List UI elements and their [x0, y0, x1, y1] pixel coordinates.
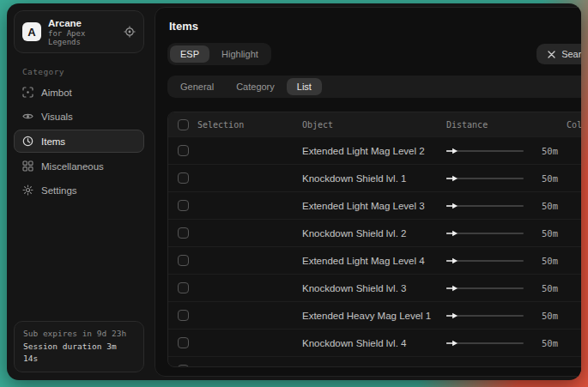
session-duration-text: Session duration 3m 14s: [23, 341, 135, 366]
grid-icon: [22, 160, 33, 172]
sidebar-item-label: Miscellaneous: [41, 161, 104, 172]
row-checkbox[interactable]: [178, 310, 189, 321]
object-name: Extended Heavy Mag Level 1: [302, 311, 446, 321]
search-button[interactable]: Search: [536, 44, 581, 64]
object-name: Extended Light Mag Level 4: [302, 256, 446, 266]
slider-thumb-icon[interactable]: [446, 148, 458, 154]
object-name: Extended Light Mag Level 3: [302, 201, 446, 211]
table-body: Extended Light Mag Level 2 50m Knockdown…: [168, 136, 581, 367]
row-checkbox[interactable]: [178, 200, 189, 211]
slider-thumb-icon[interactable]: [446, 367, 458, 368]
distance-slider[interactable]: [446, 202, 524, 210]
distance-value: 50m: [542, 173, 558, 184]
distance-value: 50m: [542, 256, 558, 266]
tab-category[interactable]: Category: [226, 78, 285, 95]
table-header: Selection Object Distance Color: [168, 112, 581, 136]
column-distance: Distance: [446, 120, 558, 130]
distance-value: 50m: [542, 283, 558, 293]
sidebar-item-settings[interactable]: Settings: [14, 179, 144, 201]
app-logo: A: [22, 22, 41, 41]
object-name: Knockdown Shield lvl. 3: [302, 283, 446, 293]
app-name: Arcane: [48, 17, 117, 29]
distance-value: 50m: [542, 201, 558, 211]
toolbar: ESP Highlight Search: [167, 43, 581, 65]
object-name: Knockdown Shield lvl. 2: [302, 228, 446, 239]
slider-thumb-icon[interactable]: [446, 175, 458, 182]
distance-value: 50m: [542, 146, 558, 156]
distance-slider[interactable]: [446, 257, 524, 265]
app-header-card: A Arcane for Apex Legends: [14, 10, 144, 53]
slider-thumb-icon[interactable]: [446, 257, 458, 264]
distance-value: 50m: [542, 228, 558, 239]
distance-slider[interactable]: [446, 174, 524, 183]
row-checkbox[interactable]: [178, 337, 189, 348]
row-checkbox[interactable]: [178, 172, 189, 184]
sidebar-item-label: Settings: [41, 185, 77, 196]
distance-value: 50m: [542, 311, 558, 321]
gear-icon: [22, 184, 33, 196]
table-row: Extended Light Mag Level 3 50m: [168, 191, 581, 219]
row-checkbox[interactable]: [178, 227, 189, 239]
distance-slider[interactable]: [446, 284, 524, 293]
app-window: A Arcane for Apex Legends Category: [7, 3, 581, 380]
slider-thumb-icon[interactable]: [446, 312, 458, 319]
sidebar-item-items[interactable]: Items: [14, 130, 144, 153]
slider-thumb-icon[interactable]: [446, 203, 458, 209]
items-table: Selection Object Distance Color Extended…: [167, 112, 581, 367]
sidebar: A Arcane for Apex Legends Category: [7, 3, 151, 380]
tab-esp[interactable]: ESP: [170, 45, 209, 63]
sidebar-item-label: Aimbot: [41, 88, 72, 98]
crosshair-icon: [22, 87, 33, 98]
sidebar-item-miscellaneous[interactable]: Miscellaneous: [14, 155, 144, 177]
category-section-label: Category: [22, 67, 151, 76]
table-row: Backpack lvl. 1 50m: [168, 356, 581, 367]
distance-value: 50m: [542, 338, 558, 348]
sidebar-nav: Aimbot Visuals Items: [7, 82, 151, 201]
x-icon: [548, 51, 555, 58]
row-checkbox[interactable]: [178, 282, 189, 293]
main-panel: Items ESP Highlight Search General Categ…: [155, 7, 581, 377]
package-icon: [22, 136, 33, 147]
target-icon[interactable]: [124, 26, 136, 38]
distance-slider[interactable]: [446, 311, 524, 320]
table-row: Knockdown Shield lvl. 2 50m: [168, 219, 581, 246]
distance-value: 50m: [542, 366, 558, 368]
column-selection: Selection: [197, 120, 244, 130]
distance-slider[interactable]: [446, 339, 524, 348]
distance-slider[interactable]: [446, 366, 524, 368]
tab-highlight[interactable]: Highlight: [211, 45, 269, 63]
distance-slider[interactable]: [446, 229, 524, 238]
table-row: Extended Light Mag Level 4 50m: [168, 246, 581, 274]
distance-slider[interactable]: [446, 147, 524, 155]
table-row: Knockdown Shield lvl. 4 50m: [168, 329, 581, 356]
table-row: Knockdown Shield lvl. 1 50m: [168, 164, 581, 191]
sidebar-item-label: Items: [41, 136, 65, 147]
select-all-checkbox[interactable]: [178, 119, 189, 130]
tab-general[interactable]: General: [170, 78, 224, 95]
slider-thumb-icon[interactable]: [446, 285, 458, 292]
slider-thumb-icon[interactable]: [446, 340, 458, 347]
sidebar-item-aimbot[interactable]: Aimbot: [14, 82, 144, 103]
view-tabs: General Category List: [167, 76, 581, 98]
eye-icon: [22, 111, 33, 122]
row-checkbox[interactable]: [178, 365, 189, 367]
table-row: Knockdown Shield lvl. 3 50m: [168, 274, 581, 301]
app-subtitle: for Apex Legends: [48, 29, 117, 46]
object-name: Knockdown Shield lvl. 4: [302, 338, 446, 348]
tab-list[interactable]: List: [287, 78, 322, 95]
mode-tabs: ESP Highlight: [167, 43, 271, 65]
sub-expiry-text: Sub expires in 9d 23h: [23, 328, 135, 341]
table-row: Extended Heavy Mag Level 1 50m: [168, 301, 581, 329]
sidebar-item-visuals[interactable]: Visuals: [14, 106, 144, 127]
column-color: Color: [558, 120, 581, 130]
slider-thumb-icon[interactable]: [446, 230, 458, 237]
page-title: Items: [169, 20, 581, 33]
row-checkbox[interactable]: [178, 145, 189, 156]
column-object: Object: [302, 120, 446, 130]
sidebar-item-label: Visuals: [41, 112, 73, 122]
table-row: Extended Light Mag Level 2 50m: [168, 136, 581, 164]
session-info-box: Sub expires in 9d 23h Session duration 3…: [14, 321, 144, 372]
desktop-backdrop: A Arcane for Apex Legends Category: [0, 0, 588, 387]
row-checkbox[interactable]: [178, 255, 189, 266]
object-name: Extended Light Mag Level 2: [302, 146, 446, 156]
